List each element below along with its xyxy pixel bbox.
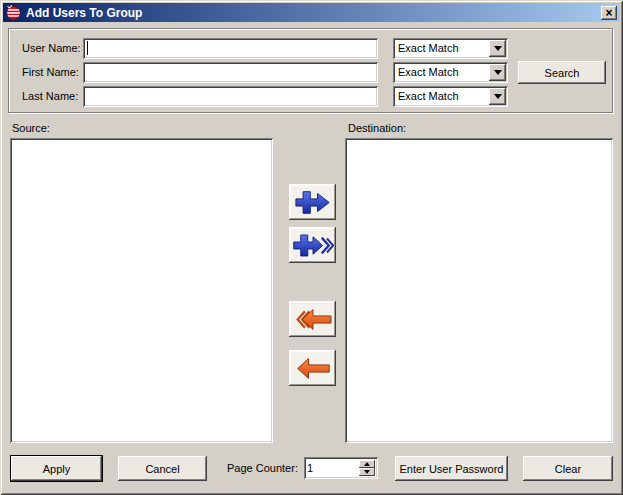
spinner-down-button[interactable]: [359, 468, 375, 476]
first-name-input[interactable]: [86, 65, 375, 80]
user-name-match-select[interactable]: Exact Match: [393, 38, 508, 59]
last-name-match-dropdown-button[interactable]: [489, 88, 506, 105]
user-name-input[interactable]: [86, 41, 375, 56]
text-caret: [87, 41, 88, 55]
page-counter-spinner[interactable]: [304, 457, 378, 479]
chevron-down-icon: [494, 70, 502, 75]
apply-button[interactable]: Apply: [10, 455, 103, 482]
user-name-match-value: Exact Match: [398, 42, 486, 54]
user-name-match-dropdown-button[interactable]: [489, 40, 506, 57]
source-listbox[interactable]: [10, 138, 273, 443]
source-label: Source:: [12, 122, 50, 134]
user-name-label: User Name:: [22, 42, 81, 54]
chevron-down-icon: [494, 94, 502, 99]
orange-chevrons-left-arrow-icon: [292, 306, 334, 333]
chevron-down-icon: [364, 470, 370, 474]
last-name-label: Last Name:: [22, 90, 78, 102]
first-name-label: First Name:: [22, 66, 79, 78]
first-name-match-select[interactable]: Exact Match: [393, 62, 508, 83]
titlebar[interactable]: Add Users To Group ×: [3, 3, 620, 22]
spinner-up-button[interactable]: [359, 460, 375, 468]
first-name-field[interactable]: [83, 62, 378, 83]
move-right-button[interactable]: [289, 184, 336, 220]
move-all-right-button[interactable]: [289, 227, 336, 263]
chevron-down-icon: [494, 46, 502, 51]
apply-button-label: Apply: [43, 463, 71, 475]
clear-button-label: Clear: [555, 463, 581, 475]
app-icon: [6, 5, 21, 20]
window-title: Add Users To Group: [26, 6, 601, 20]
cancel-button-label: Cancel: [145, 463, 179, 475]
search-button-label: Search: [545, 67, 580, 79]
blue-plus-chevrons-right-arrow-icon: [292, 232, 334, 259]
add-users-to-group-dialog: Add Users To Group × User Name: Exact Ma…: [0, 0, 623, 495]
orange-left-arrow-icon: [293, 355, 333, 382]
enter-user-password-button-label: Enter User Password: [400, 463, 504, 475]
first-name-match-value: Exact Match: [398, 66, 486, 78]
enter-user-password-button[interactable]: Enter User Password: [395, 456, 508, 481]
last-name-match-select[interactable]: Exact Match: [393, 86, 508, 107]
destination-label: Destination:: [348, 122, 406, 134]
last-name-input[interactable]: [86, 89, 375, 104]
move-left-button[interactable]: [289, 350, 336, 386]
close-button[interactable]: ×: [601, 6, 617, 20]
move-all-left-button[interactable]: [289, 301, 336, 337]
last-name-match-value: Exact Match: [398, 90, 486, 102]
page-counter-input[interactable]: [307, 460, 351, 476]
destination-listbox[interactable]: [345, 138, 613, 443]
page-counter-label: Page Counter:: [227, 462, 298, 474]
search-button[interactable]: Search: [518, 61, 606, 84]
last-name-field[interactable]: [83, 86, 378, 107]
close-icon: ×: [605, 7, 612, 19]
first-name-match-dropdown-button[interactable]: [489, 64, 506, 81]
clear-button[interactable]: Clear: [523, 456, 613, 481]
chevron-up-icon: [364, 462, 370, 466]
blue-plus-right-arrow-icon: [293, 189, 333, 216]
user-name-field[interactable]: [83, 38, 378, 59]
cancel-button[interactable]: Cancel: [118, 456, 207, 481]
